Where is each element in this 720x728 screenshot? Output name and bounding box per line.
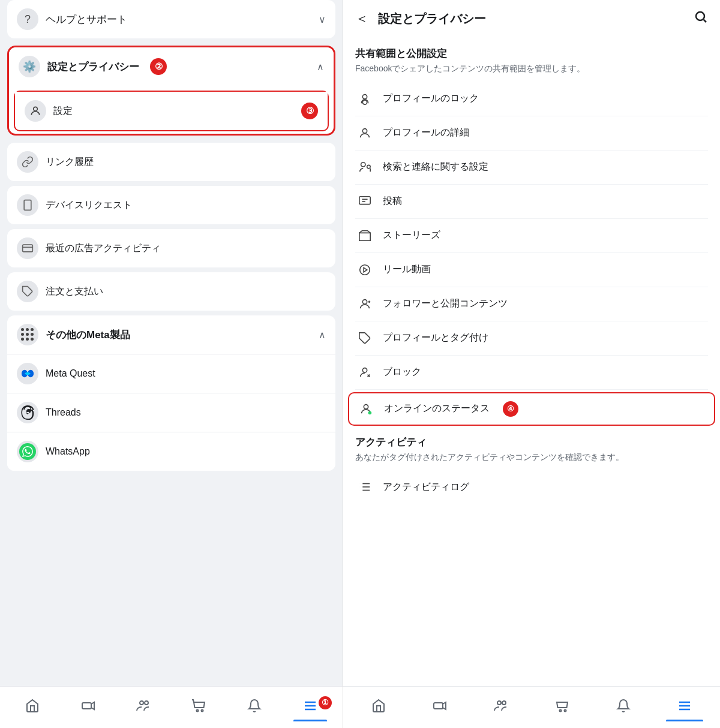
nav-marketplace-left[interactable] <box>172 699 227 717</box>
nav-bell-right[interactable] <box>593 699 654 717</box>
audience-heading: 共有範囲と公開設定 <box>355 47 708 61</box>
ad-activity-label: 最近の広告アクティビティ <box>46 242 161 255</box>
left-bottom-nav: ① <box>0 686 343 728</box>
threads-item[interactable]: Threads <box>7 393 335 432</box>
svg-point-11 <box>201 709 203 711</box>
dots-grid <box>21 328 34 341</box>
posts-item[interactable]: 投稿 <box>355 185 708 219</box>
svg-line-16 <box>704 20 706 22</box>
badge-2: ② <box>150 58 167 75</box>
right-panel-title: 設定とプライバシー <box>378 11 486 27</box>
svg-point-9 <box>145 701 148 705</box>
bell-icon-right <box>616 699 631 717</box>
svg-point-46 <box>502 701 506 705</box>
nav-bell-left[interactable] <box>227 699 283 717</box>
meta-quest-icon <box>17 363 38 384</box>
orders-item[interactable]: 注文と支払い <box>7 272 335 311</box>
settings-header[interactable]: ⚙️ 設定とプライバシー ② ∧ <box>9 47 334 86</box>
video-icon-right <box>433 699 447 717</box>
right-bottom-nav <box>343 686 720 728</box>
svg-point-10 <box>196 709 198 711</box>
svg-point-32 <box>362 368 367 372</box>
search-button[interactable] <box>694 10 708 28</box>
whatsapp-item[interactable]: WhatsApp <box>7 432 335 471</box>
followers-item[interactable]: フォロワーと公開コンテンツ <box>355 287 708 321</box>
right-nav-active-indicator <box>666 720 703 721</box>
stories-item[interactable]: ストーリーズ <box>355 219 708 253</box>
followers-label: フォロワーと公開コンテンツ <box>383 297 508 310</box>
nav-home-left[interactable] <box>5 699 61 717</box>
svg-point-19 <box>362 128 367 133</box>
nav-video-left[interactable] <box>61 699 116 717</box>
svg-point-48 <box>565 709 566 711</box>
svg-point-45 <box>497 701 501 705</box>
profile-tag-item[interactable]: プロフィールとタグ付け <box>355 321 708 356</box>
activity-heading: アクティビティ <box>355 435 708 449</box>
svg-marker-44 <box>443 702 446 709</box>
profile-lock-item[interactable]: プロフィールのロック <box>355 82 708 116</box>
device-request-item[interactable]: デバイスリクエスト <box>7 186 335 224</box>
svg-rect-18 <box>362 100 367 104</box>
nav-home-right[interactable] <box>348 699 409 717</box>
profile-tag-icon <box>355 329 374 348</box>
device-icon <box>17 194 38 216</box>
profile-details-item[interactable]: プロフィールの詳細 <box>355 116 708 151</box>
ad-activity-item[interactable]: 最近の広告アクティビティ <box>7 229 335 267</box>
svg-point-0 <box>34 107 38 111</box>
posts-label: 投稿 <box>383 195 402 207</box>
marketplace-icon-right <box>555 699 569 717</box>
left-panel: ? ヘルプとサポート ∨ ⚙️ 設定とプライバシー ② ∧ <box>0 0 343 728</box>
badge-3: ③ <box>301 103 318 119</box>
activity-log-label: アクティビティログ <box>383 481 469 494</box>
help-icon: ? <box>17 8 38 30</box>
chevron-down-icon: ∨ <box>319 14 326 25</box>
meta-chevron-up-icon: ∧ <box>319 329 326 341</box>
svg-rect-6 <box>82 703 91 709</box>
back-icon[interactable]: ＜ <box>355 10 368 28</box>
reels-item[interactable]: リール動画 <box>355 253 708 287</box>
stories-label: ストーリーズ <box>383 229 440 242</box>
settings-label: 設定 <box>53 105 73 118</box>
svg-point-20 <box>361 162 365 166</box>
settings-section-label: 設定とプライバシー <box>47 60 139 74</box>
svg-point-36 <box>368 411 372 414</box>
online-status-item[interactable]: オンラインのステータス ④ <box>348 392 715 426</box>
chevron-up-icon: ∧ <box>317 61 324 73</box>
nav-friends-right[interactable] <box>470 699 532 717</box>
settings-item[interactable]: 設定 ③ <box>15 92 328 130</box>
help-label: ヘルプとサポート <box>46 13 127 26</box>
bell-icon <box>247 699 262 717</box>
link-history-item[interactable]: リンク履歴 <box>7 143 335 181</box>
activity-desc: あなたがタグ付けされたアクティビティやコンテンツを確認できます。 <box>355 452 708 464</box>
stories-icon <box>355 226 374 245</box>
block-icon <box>355 363 374 382</box>
nav-friends-left[interactable] <box>116 699 172 717</box>
right-content: 共有範囲と公開設定 Facebookでシェアしたコンテンツの共有範囲を管理します… <box>343 37 720 686</box>
video-icon <box>81 699 95 717</box>
meta-quest-label: Meta Quest <box>46 368 95 379</box>
svg-point-28 <box>362 299 367 303</box>
activity-log-item[interactable]: アクティビティログ <box>355 470 708 504</box>
nav-marketplace-right[interactable] <box>532 699 593 717</box>
nav-menu-left[interactable]: ① <box>283 699 338 717</box>
whatsapp-label: WhatsApp <box>46 446 90 457</box>
profile-lock-label: プロフィールのロック <box>383 92 479 105</box>
threads-label: Threads <box>46 407 81 418</box>
profile-details-icon <box>355 124 374 143</box>
online-status-label: オンラインのステータス <box>384 402 490 415</box>
reels-label: リール動画 <box>383 263 431 276</box>
online-status-icon <box>356 399 376 419</box>
meta-quest-item[interactable]: Meta Quest <box>7 354 335 393</box>
home-icon-right <box>371 699 386 717</box>
whatsapp-icon <box>17 441 38 462</box>
right-header: ＜ 設定とプライバシー <box>343 0 720 37</box>
help-support-item[interactable]: ? ヘルプとサポート ∨ <box>7 0 335 38</box>
nav-menu-right[interactable] <box>654 699 715 717</box>
block-item[interactable]: ブロック <box>355 356 708 390</box>
search-contact-item[interactable]: 検索と連絡に関する設定 <box>355 151 708 185</box>
meta-products-header[interactable]: その他のMeta製品 ∧ <box>7 315 335 354</box>
settings-sub-item[interactable]: 設定 ③ <box>14 91 329 131</box>
profile-tag-label: プロフィールとタグ付け <box>383 332 488 344</box>
svg-rect-1 <box>24 200 31 210</box>
nav-video-right[interactable] <box>409 699 470 717</box>
